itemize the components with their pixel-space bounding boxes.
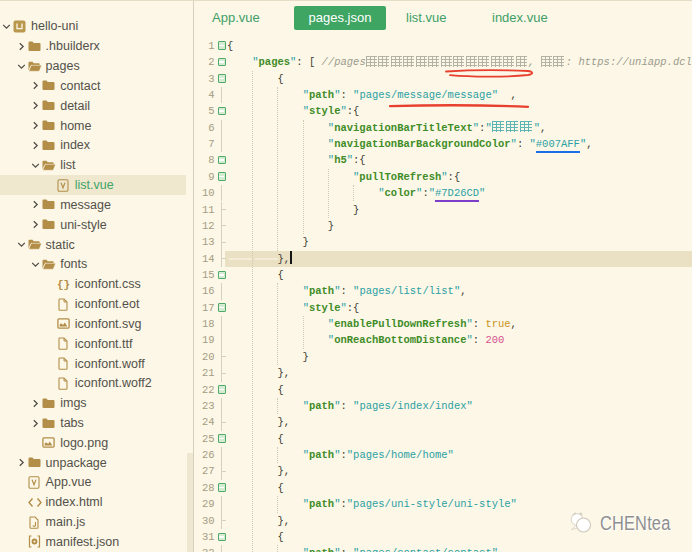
svg-text:{}: {} [57,279,70,291]
